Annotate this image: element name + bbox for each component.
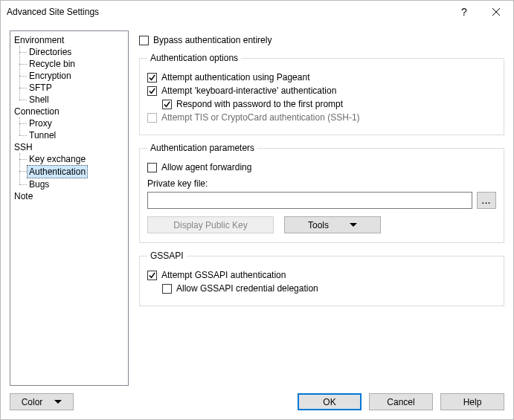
tis-label: Attempt TIS or CryptoCard authentication… [161,112,360,123]
browse-button[interactable]: ... [477,192,496,209]
tree-item-directories[interactable]: Directories [27,46,74,58]
tree-item-connection[interactable]: Connection [12,106,62,117]
gssapi-attempt-checkbox[interactable] [147,271,157,280]
help-button[interactable]: Help [440,393,504,410]
tree-item-tunnel[interactable]: Tunnel [27,129,58,141]
chevron-down-icon [350,223,357,227]
close-icon[interactable] [479,1,513,23]
tis-checkbox [147,113,157,123]
cancel-button[interactable]: Cancel [369,393,433,410]
tree-item-sftp[interactable]: SFTP [27,82,54,94]
tree-item-key-exchange[interactable]: Key exchange [27,153,88,165]
agent-forwarding-checkbox[interactable] [147,163,157,172]
agent-forwarding-label: Allow agent forwarding [161,162,251,172]
gssapi-delegation-checkbox[interactable] [162,284,172,294]
tree-item-recycle-bin[interactable]: Recycle bin [27,58,77,70]
color-button[interactable]: Color [10,393,74,410]
gssapi-delegation-label: Allow GSSAPI credential delegation [176,283,318,294]
authentication-parameters-group: Authentication parameters Allow agent fo… [139,143,504,243]
tree-item-ssh[interactable]: SSH [12,141,35,153]
help-icon[interactable]: ? [449,1,479,23]
tree-item-environment[interactable]: Environment [12,34,66,46]
pageant-label: Attempt authentication using Pageant [161,72,309,83]
keyboard-interactive-checkbox[interactable] [147,86,157,96]
settings-panel: Bypass authentication entirely Authentic… [139,30,504,386]
dialog-footer: Color OK Cancel Help [1,386,513,419]
gssapi-attempt-label: Attempt GSSAPI authentication [161,270,286,280]
tools-button-label: Tools [308,220,329,230]
window-title: Advanced Site Settings [7,7,449,17]
gssapi-legend: GSSAPI [147,251,187,261]
tree-item-shell[interactable]: Shell [27,94,51,106]
tools-button[interactable]: Tools [284,216,381,233]
respond-password-label: Respond with password to the first promp… [176,99,343,109]
display-public-key-button: Display Public Key [147,216,274,233]
bypass-checkbox[interactable] [139,36,149,45]
tree-item-encryption[interactable]: Encryption [27,70,74,82]
chevron-down-icon [54,400,62,404]
tree-item-note[interactable]: Note [12,190,35,202]
ok-button[interactable]: OK [298,393,362,410]
tree-item-authentication[interactable]: Authentication [27,165,88,178]
tree-item-bugs[interactable]: Bugs [27,178,51,190]
private-key-file-label: Private key file: [147,178,496,189]
titlebar: Advanced Site Settings ? [1,1,513,23]
gssapi-group: GSSAPI Attempt GSSAPI authentication All… [139,251,504,306]
pageant-checkbox[interactable] [147,73,157,83]
respond-password-checkbox[interactable] [162,100,172,109]
tree-item-proxy[interactable]: Proxy [27,117,54,129]
authentication-parameters-legend: Authentication parameters [147,143,257,153]
color-button-label: Color [22,397,43,407]
navigation-tree[interactable]: Environment Directories Recycle bin Encr… [10,30,129,386]
authentication-options-legend: Authentication options [147,53,241,63]
bypass-label: Bypass authentication entirely [153,35,272,45]
private-key-file-input[interactable] [147,192,472,209]
authentication-options-group: Authentication options Attempt authentic… [139,53,504,135]
keyboard-interactive-label: Attempt 'keyboard-interactive' authentic… [161,85,336,96]
